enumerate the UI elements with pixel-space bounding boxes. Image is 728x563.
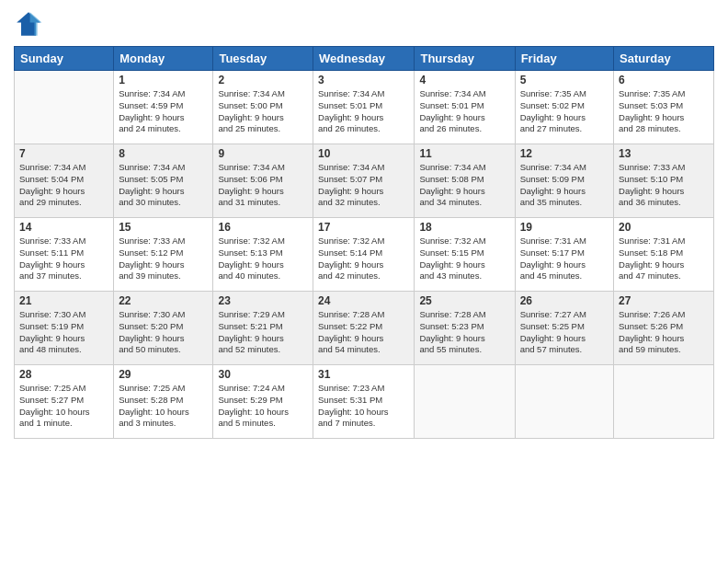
calendar-cell: 4Sunrise: 7:34 AM Sunset: 5:01 PM Daylig… (415, 71, 515, 144)
calendar-cell: 1Sunrise: 7:34 AM Sunset: 4:59 PM Daylig… (114, 71, 213, 144)
day-number: 23 (218, 294, 308, 307)
day-number: 14 (19, 221, 108, 234)
day-info: Sunrise: 7:34 AM Sunset: 5:06 PM Dayligh… (218, 162, 308, 209)
calendar-cell (614, 365, 714, 439)
day-number: 6 (619, 74, 709, 86)
calendar-header-wednesday: Wednesday (313, 47, 415, 71)
header (14, 9, 714, 39)
calendar-cell: 21Sunrise: 7:30 AM Sunset: 5:19 PM Dayli… (15, 292, 114, 365)
day-info: Sunrise: 7:25 AM Sunset: 5:27 PM Dayligh… (19, 383, 108, 430)
day-number: 25 (419, 294, 509, 307)
day-number: 17 (318, 221, 409, 234)
day-info: Sunrise: 7:34 AM Sunset: 5:05 PM Dayligh… (119, 162, 208, 209)
day-info: Sunrise: 7:33 AM Sunset: 5:11 PM Dayligh… (19, 236, 108, 282)
day-info: Sunrise: 7:34 AM Sunset: 5:00 PM Dayligh… (218, 88, 308, 135)
day-info: Sunrise: 7:33 AM Sunset: 5:12 PM Dayligh… (119, 236, 208, 282)
day-number: 11 (419, 147, 509, 160)
day-number: 2 (218, 74, 308, 86)
day-info: Sunrise: 7:30 AM Sunset: 5:20 PM Dayligh… (119, 309, 208, 356)
calendar-cell: 2Sunrise: 7:34 AM Sunset: 5:00 PM Daylig… (213, 71, 313, 144)
day-number: 7 (19, 147, 108, 160)
calendar-cell: 20Sunrise: 7:31 AM Sunset: 5:18 PM Dayli… (614, 218, 714, 292)
day-number: 8 (119, 147, 208, 160)
day-number: 19 (520, 221, 609, 234)
calendar-header-saturday: Saturday (614, 47, 714, 71)
day-info: Sunrise: 7:31 AM Sunset: 5:17 PM Dayligh… (520, 236, 609, 282)
calendar-cell: 6Sunrise: 7:35 AM Sunset: 5:03 PM Daylig… (614, 71, 714, 144)
calendar-cell: 30Sunrise: 7:24 AM Sunset: 5:29 PM Dayli… (213, 365, 313, 439)
day-info: Sunrise: 7:25 AM Sunset: 5:28 PM Dayligh… (119, 383, 208, 430)
day-number: 29 (119, 368, 208, 381)
calendar-cell: 28Sunrise: 7:25 AM Sunset: 5:27 PM Dayli… (15, 365, 114, 439)
day-info: Sunrise: 7:26 AM Sunset: 5:26 PM Dayligh… (619, 309, 709, 356)
day-info: Sunrise: 7:24 AM Sunset: 5:29 PM Dayligh… (218, 383, 308, 430)
calendar-cell: 23Sunrise: 7:29 AM Sunset: 5:21 PM Dayli… (213, 292, 313, 365)
day-info: Sunrise: 7:34 AM Sunset: 5:04 PM Dayligh… (19, 162, 108, 209)
day-number: 4 (419, 74, 509, 86)
day-info: Sunrise: 7:34 AM Sunset: 5:08 PM Dayligh… (419, 162, 509, 209)
day-number: 22 (119, 294, 208, 307)
day-info: Sunrise: 7:23 AM Sunset: 5:31 PM Dayligh… (318, 383, 409, 430)
day-info: Sunrise: 7:32 AM Sunset: 5:14 PM Dayligh… (318, 236, 409, 282)
page: SundayMondayTuesdayWednesdayThursdayFrid… (0, 0, 728, 563)
day-number: 27 (619, 294, 709, 307)
day-info: Sunrise: 7:32 AM Sunset: 5:15 PM Dayligh… (419, 236, 509, 282)
calendar-week-row: 7Sunrise: 7:34 AM Sunset: 5:04 PM Daylig… (15, 144, 714, 218)
calendar-week-row: 1Sunrise: 7:34 AM Sunset: 4:59 PM Daylig… (15, 71, 714, 144)
logo (14, 9, 47, 39)
day-number: 15 (119, 221, 208, 234)
calendar-week-row: 28Sunrise: 7:25 AM Sunset: 5:27 PM Dayli… (15, 365, 714, 439)
calendar-cell: 29Sunrise: 7:25 AM Sunset: 5:28 PM Dayli… (114, 365, 213, 439)
calendar-cell: 7Sunrise: 7:34 AM Sunset: 5:04 PM Daylig… (15, 144, 114, 218)
calendar-cell: 14Sunrise: 7:33 AM Sunset: 5:11 PM Dayli… (15, 218, 114, 292)
calendar-week-row: 21Sunrise: 7:30 AM Sunset: 5:19 PM Dayli… (15, 292, 714, 365)
calendar-header-monday: Monday (114, 47, 213, 71)
day-info: Sunrise: 7:32 AM Sunset: 5:13 PM Dayligh… (218, 236, 308, 282)
calendar-header-friday: Friday (515, 47, 613, 71)
day-info: Sunrise: 7:28 AM Sunset: 5:23 PM Dayligh… (419, 309, 509, 356)
day-info: Sunrise: 7:34 AM Sunset: 5:01 PM Dayligh… (318, 88, 409, 135)
day-number: 10 (318, 147, 409, 160)
calendar-cell (15, 71, 114, 144)
day-info: Sunrise: 7:34 AM Sunset: 5:07 PM Dayligh… (318, 162, 409, 209)
calendar-cell: 17Sunrise: 7:32 AM Sunset: 5:14 PM Dayli… (313, 218, 415, 292)
calendar-cell: 25Sunrise: 7:28 AM Sunset: 5:23 PM Dayli… (415, 292, 515, 365)
day-info: Sunrise: 7:34 AM Sunset: 5:09 PM Dayligh… (520, 162, 609, 209)
day-number: 1 (119, 74, 208, 86)
calendar-cell: 16Sunrise: 7:32 AM Sunset: 5:13 PM Dayli… (213, 218, 313, 292)
day-info: Sunrise: 7:34 AM Sunset: 4:59 PM Dayligh… (119, 88, 208, 135)
day-info: Sunrise: 7:28 AM Sunset: 5:22 PM Dayligh… (318, 309, 409, 356)
day-number: 26 (520, 294, 609, 307)
calendar-cell: 13Sunrise: 7:33 AM Sunset: 5:10 PM Dayli… (614, 144, 714, 218)
day-number: 18 (419, 221, 509, 234)
calendar-header-row: SundayMondayTuesdayWednesdayThursdayFrid… (15, 47, 714, 71)
calendar-cell: 26Sunrise: 7:27 AM Sunset: 5:25 PM Dayli… (515, 292, 613, 365)
calendar-cell: 8Sunrise: 7:34 AM Sunset: 5:05 PM Daylig… (114, 144, 213, 218)
calendar-cell: 31Sunrise: 7:23 AM Sunset: 5:31 PM Dayli… (313, 365, 415, 439)
day-number: 16 (218, 221, 308, 234)
day-number: 30 (218, 368, 308, 381)
day-number: 31 (318, 368, 409, 381)
calendar-cell: 22Sunrise: 7:30 AM Sunset: 5:20 PM Dayli… (114, 292, 213, 365)
day-number: 28 (19, 368, 108, 381)
calendar-cell: 5Sunrise: 7:35 AM Sunset: 5:02 PM Daylig… (515, 71, 613, 144)
calendar-cell: 24Sunrise: 7:28 AM Sunset: 5:22 PM Dayli… (313, 292, 415, 365)
calendar-header-thursday: Thursday (415, 47, 515, 71)
calendar-cell: 18Sunrise: 7:32 AM Sunset: 5:15 PM Dayli… (415, 218, 515, 292)
calendar: SundayMondayTuesdayWednesdayThursdayFrid… (14, 46, 714, 439)
day-number: 9 (218, 147, 308, 160)
calendar-week-row: 14Sunrise: 7:33 AM Sunset: 5:11 PM Dayli… (15, 218, 714, 292)
day-info: Sunrise: 7:35 AM Sunset: 5:02 PM Dayligh… (520, 88, 609, 135)
calendar-cell: 19Sunrise: 7:31 AM Sunset: 5:17 PM Dayli… (515, 218, 613, 292)
logo-icon (14, 9, 43, 39)
day-number: 12 (520, 147, 609, 160)
day-info: Sunrise: 7:35 AM Sunset: 5:03 PM Dayligh… (619, 88, 709, 135)
calendar-cell (415, 365, 515, 439)
calendar-cell: 11Sunrise: 7:34 AM Sunset: 5:08 PM Dayli… (415, 144, 515, 218)
day-number: 24 (318, 294, 409, 307)
day-info: Sunrise: 7:29 AM Sunset: 5:21 PM Dayligh… (218, 309, 308, 356)
day-info: Sunrise: 7:27 AM Sunset: 5:25 PM Dayligh… (520, 309, 609, 356)
day-number: 5 (520, 74, 609, 86)
calendar-header-sunday: Sunday (15, 47, 114, 71)
day-number: 3 (318, 74, 409, 86)
